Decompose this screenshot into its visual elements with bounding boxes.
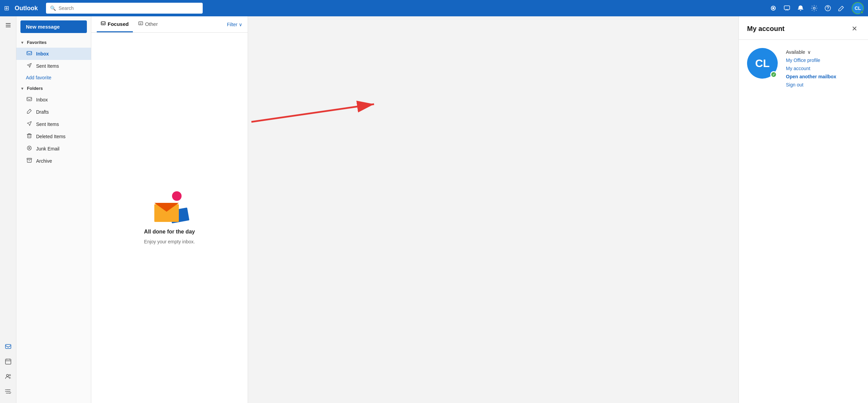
svg-rect-5 [6,25,11,26]
account-status-icon [770,71,777,78]
search-icon: 🔍 [50,5,56,11]
sidebar-item-sent-favorites[interactable]: Sent Items [16,60,91,72]
svg-point-3 [827,10,828,10]
svg-point-12 [5,391,6,392]
account-panel-close-button[interactable]: ✕ [849,23,860,34]
favorites-section-header[interactable]: ▼ Favorites [16,37,91,48]
account-panel-header: My account ✕ [739,16,868,40]
filter-chevron-icon: ∨ [239,22,242,27]
hamburger-menu-icon[interactable] [2,19,14,31]
empty-inbox-sub-text: Enjoy your empty inbox. [144,239,195,244]
tabs-bar: Focused Other Filter ∨ [91,16,248,33]
avatar-status-indicator [860,11,864,14]
main-layout: New message ▼ Favorites Inbox Sent [0,16,868,403]
left-nav [0,16,16,403]
search-input[interactable] [59,5,199,11]
sidebar-item-junk[interactable]: Junk Email [16,143,91,155]
folders-section-header[interactable]: ▼ Folders [16,83,91,94]
account-panel-title: My account [747,25,785,33]
nav-todo-icon[interactable] [2,385,14,398]
envelope-flap [154,203,179,212]
sidebar: New message ▼ Favorites Inbox Sent [16,16,91,403]
sidebar-item-drafts[interactable]: Drafts [16,106,91,118]
svg-rect-4 [6,23,11,24]
empty-inbox-main-text: All done for the day [144,229,195,235]
svg-point-11 [5,389,6,390]
new-message-button[interactable]: New message [20,20,87,33]
avatar[interactable]: CL [852,2,864,14]
account-info: Available ∨ My Office profile My account… [786,48,836,87]
availability-selector[interactable]: Available ∨ [786,49,836,55]
empty-inbox-state: All done for the day Enjoy your empty in… [91,33,248,403]
inbox-folder-icon [26,96,33,103]
svg-point-0 [772,7,774,9]
svg-rect-16 [27,158,32,159]
inbox-icon [26,50,33,57]
compose-feedback-button[interactable] [835,2,848,14]
svg-point-9 [6,374,9,376]
detail-area: My account ✕ CL Available ∨ My Office pr… [248,16,868,403]
my-office-profile-link[interactable]: My Office profile [786,58,836,63]
junk-icon [26,145,33,152]
availability-chevron-icon: ∨ [807,49,811,55]
envelope-circle [172,191,182,201]
sign-out-link[interactable]: Sign out [786,82,836,87]
topbar-icons [767,2,848,14]
sent-folder-icon [26,121,33,128]
sidebar-item-sent[interactable]: Sent Items [16,118,91,130]
svg-line-20 [251,104,374,122]
my-account-link[interactable]: My account [786,66,836,71]
svg-rect-1 [784,6,790,10]
other-tab-icon [138,21,143,27]
skype-button[interactable] [767,2,779,14]
email-list-area: Focused Other Filter ∨ [91,16,248,403]
sidebar-item-inbox-favorites[interactable]: Inbox [16,48,91,60]
sent-icon [26,63,33,69]
open-another-mailbox-link[interactable]: Open another mailbox [786,74,836,79]
account-panel: My account ✕ CL Available ∨ My Office pr… [739,16,868,403]
settings-button[interactable] [808,2,820,14]
add-favorite-link[interactable]: Add favorite [16,72,91,83]
topbar: ⊞ Outlook 🔍 [0,0,868,16]
nav-mail-icon[interactable] [2,340,14,353]
archive-icon [26,158,33,164]
favorites-chevron-icon: ▼ [20,41,24,45]
grid-icon[interactable]: ⊞ [4,4,9,12]
deleted-icon [26,133,33,140]
svg-rect-13 [27,51,32,55]
feedback-button[interactable] [781,2,793,14]
nav-people-icon[interactable] [2,370,14,383]
svg-rect-8 [5,359,11,364]
svg-rect-14 [27,97,32,101]
tab-focused[interactable]: Focused [97,16,133,32]
drafts-icon [26,109,33,115]
sidebar-item-archive[interactable]: Archive [16,155,91,167]
sidebar-item-deleted[interactable]: Deleted Items [16,130,91,143]
svg-point-10 [9,374,11,376]
envelope-illustration [151,191,188,222]
account-avatar: CL [747,48,778,79]
folders-chevron-icon: ▼ [20,86,24,91]
svg-rect-7 [5,344,11,349]
search-bar[interactable]: 🔍 [46,3,203,14]
svg-rect-6 [6,27,11,27]
nav-calendar-icon[interactable] [2,355,14,368]
app-logo: Outlook [15,5,38,12]
filter-button[interactable]: Filter ∨ [227,22,242,27]
help-button[interactable] [822,2,834,14]
tab-other[interactable]: Other [134,16,162,32]
focused-tab-icon [101,21,106,27]
sidebar-item-inbox[interactable]: Inbox [16,94,91,106]
account-panel-body: CL Available ∨ My Office profile My acco… [739,40,868,96]
notifications-button[interactable] [794,2,807,14]
